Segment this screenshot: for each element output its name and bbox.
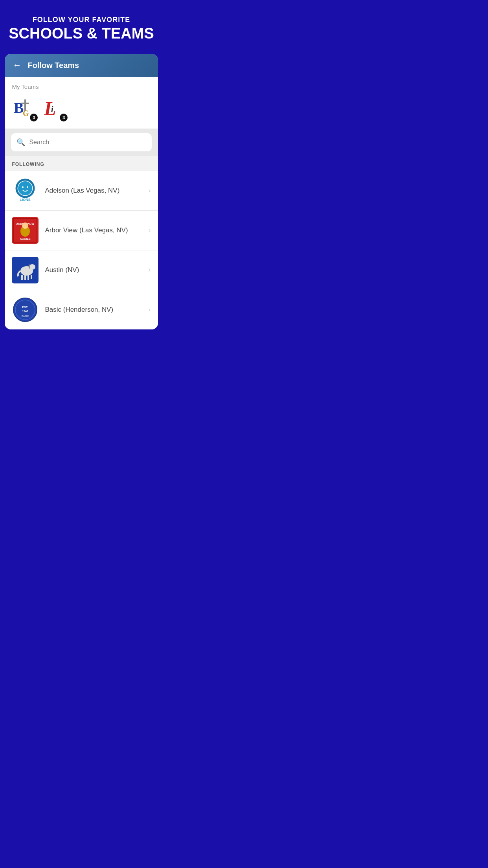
svg-rect-23 xyxy=(21,275,23,280)
adelson-chevron: › xyxy=(149,186,151,195)
austin-logo xyxy=(12,257,39,283)
svg-text:BASIC: BASIC xyxy=(22,315,29,317)
svg-rect-25 xyxy=(28,275,29,280)
hero-title: SCHOOLS & TEAMS xyxy=(8,26,155,42)
list-item[interactable]: Austin (NV) › xyxy=(5,250,158,290)
hero-subtitle: FOLLOW YOUR FAVORITE xyxy=(8,16,155,24)
adelson-logo: LIONS xyxy=(12,177,39,204)
svg-rect-26 xyxy=(31,275,32,279)
svg-text:G: G xyxy=(23,109,29,118)
arbor-view-name: Arbor View (Las Vegas, NV) xyxy=(45,226,142,234)
austin-chevron: › xyxy=(149,266,151,274)
hero-section: FOLLOW YOUR FAVORITE SCHOOLS & TEAMS xyxy=(0,0,163,54)
arbor-view-chevron: › xyxy=(149,226,151,234)
my-teams-label: My Teams xyxy=(12,83,150,90)
bishop-gorman-logo-wrap[interactable]: B G 3 xyxy=(12,96,37,121)
svg-text:AGGIES: AGGIES xyxy=(20,237,31,240)
main-card: ← Follow Teams My Teams B G xyxy=(5,54,158,329)
search-section: 🔍 xyxy=(5,129,158,156)
search-icon: 🔍 xyxy=(17,138,25,147)
svg-point-9 xyxy=(18,181,32,195)
my-teams-section: My Teams B G 3 xyxy=(5,77,158,129)
svg-text:EST.: EST. xyxy=(22,306,28,309)
list-item[interactable]: LIONS Adelson (Las Vegas, NV) › xyxy=(5,171,158,211)
svg-rect-3 xyxy=(21,103,29,104)
svg-point-18 xyxy=(22,223,28,229)
back-button[interactable]: ← xyxy=(13,61,21,70)
basic-logo: EST. 1942 BASIC xyxy=(12,296,39,323)
following-section: FOLLOWING xyxy=(5,156,158,171)
svg-point-12 xyxy=(27,186,28,188)
list-item[interactable]: EST. 1942 BASIC Basic (Henderson, NV) › xyxy=(5,290,158,329)
search-input[interactable] xyxy=(29,139,146,146)
adelson-name: Adelson (Las Vegas, NV) xyxy=(45,187,142,195)
arbor-view-logo: ARBOR VIEW AGGIES xyxy=(12,217,39,244)
bishop-gorman-badge: 3 xyxy=(30,114,38,121)
my-teams-logos: B G 3 L i xyxy=(12,96,150,121)
austin-name: Austin (NV) xyxy=(45,266,142,274)
following-label: FOLLOWING xyxy=(5,156,158,171)
basic-chevron: › xyxy=(149,305,151,314)
svg-text:L: L xyxy=(44,97,56,119)
list-item[interactable]: ARBOR VIEW AGGIES Arbor View (Las Vegas,… xyxy=(5,211,158,250)
svg-text:1942: 1942 xyxy=(22,310,29,313)
svg-text:i: i xyxy=(51,105,53,114)
svg-text:LIONS: LIONS xyxy=(20,198,31,202)
card-header: ← Follow Teams xyxy=(5,54,158,77)
liberty-logo-wrap[interactable]: L i 3 xyxy=(42,96,67,121)
team-list: LIONS Adelson (Las Vegas, NV) › ARBOR VI… xyxy=(5,171,158,329)
svg-text:B: B xyxy=(14,99,24,116)
svg-rect-24 xyxy=(24,275,26,280)
search-box[interactable]: 🔍 xyxy=(11,133,151,151)
svg-point-11 xyxy=(22,186,24,188)
basic-name: Basic (Henderson, NV) xyxy=(45,306,142,314)
follow-teams-title: Follow Teams xyxy=(28,61,79,70)
liberty-badge: 3 xyxy=(60,114,68,121)
